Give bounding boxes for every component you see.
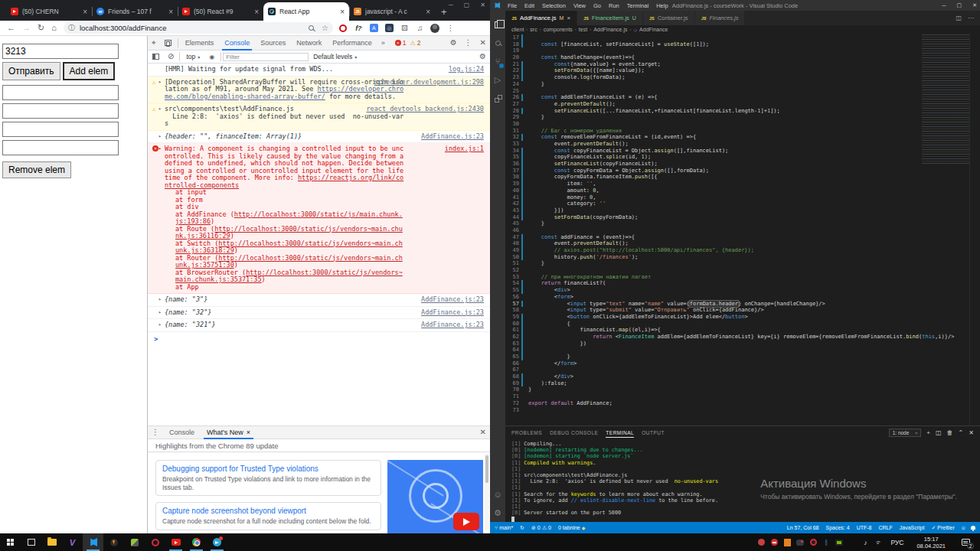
code-line[interactable]: 66 </form>: [505, 360, 980, 367]
code-line[interactable]: 26 const addElemToFinanceList = (e) =>{: [505, 94, 980, 101]
code-line[interactable]: 18 const [financeList, setFinanceList] =…: [505, 41, 980, 48]
code-line[interactable]: 53 // при многократном нажатии лагает: [505, 274, 980, 281]
code-line[interactable]: 20 const handleChange=(event)=>{: [505, 54, 980, 61]
code-line[interactable]: 35 copyFinanceList.splice(id, 1);: [505, 154, 980, 161]
console-filter-input[interactable]: [223, 53, 309, 61]
menu-item-file[interactable]: File: [504, 2, 521, 9]
address-bar[interactable]: ⓘ localhost:3000/addFinance ☆: [64, 22, 333, 34]
finance-name-input[interactable]: [2, 44, 119, 59]
run-debug-icon[interactable]: ▷: [490, 70, 505, 89]
code-line[interactable]: 60 {: [505, 321, 980, 328]
status-item[interactable]: CRLF: [879, 525, 893, 530]
code-line[interactable]: 71: [505, 393, 980, 400]
code-line[interactable]: 21 const{name,value} = event.target;: [505, 61, 980, 68]
code-line[interactable]: 44 setFormData(copyFormData);: [505, 214, 980, 221]
code-line[interactable]: 48 event.preventDefault();: [505, 240, 980, 247]
breadcrumb-item[interactable]: AddFinance: [639, 27, 668, 32]
expand-arrow-icon[interactable]: ▸: [158, 321, 162, 329]
code-line[interactable]: 73: [505, 407, 980, 414]
devtools-tab-performance[interactable]: Performance: [327, 36, 377, 51]
notifications-bell-icon[interactable]: [969, 526, 975, 530]
panel-tab-problems[interactable]: PROBLEMS: [511, 426, 542, 439]
steam-tray-icon[interactable]: [757, 539, 765, 546]
code-line[interactable]: 43 }]): [505, 207, 980, 214]
source-location-link[interactable]: index.js:1: [445, 145, 484, 153]
code-line[interactable]: 52: [505, 267, 980, 274]
menu-item-selection[interactable]: Selection: [538, 2, 570, 9]
code-line[interactable]: 64: [505, 347, 980, 354]
code-line[interactable]: 28 setFinanceList([...financeList,+finan…: [505, 108, 980, 115]
browser-tab[interactable]: wFriends – 107 f×: [92, 2, 178, 21]
dark-app-extension-icon[interactable]: ◎: [384, 23, 394, 33]
card-title[interactable]: Debugging support for Trusted Type viola…: [162, 465, 374, 473]
drawer-scrollbar[interactable]: [485, 454, 489, 530]
code-line[interactable]: 65 }: [505, 354, 980, 360]
stack-link[interactable]: http://localhost:3000/static/js/vendors~…: [175, 254, 403, 269]
code-line[interactable]: 42 category: '': [505, 201, 980, 207]
code-line[interactable]: 72export default AddFinance;: [505, 400, 980, 407]
breadcrumb-item[interactable]: AddFinance.js: [593, 27, 627, 32]
editor-tab[interactable]: JSAddFinance.jsM×: [505, 11, 577, 25]
code-line[interactable]: 63 }): [505, 341, 980, 347]
battery-tray-icon[interactable]: [848, 539, 856, 546]
maximize-panel-icon[interactable]: ⌃: [959, 429, 964, 436]
finance-item-input[interactable]: [2, 122, 119, 137]
expand-arrow-icon[interactable]: ▸: [158, 133, 162, 141]
kill-terminal-icon[interactable]: 🗑: [947, 429, 953, 436]
code-line[interactable]: 32 const removeElemFromFinanceList = (id…: [505, 134, 980, 141]
tab-close-icon[interactable]: ×: [254, 8, 259, 16]
breadcrumb-item[interactable]: src: [530, 27, 537, 32]
menu-item-edit[interactable]: Edit: [521, 2, 538, 9]
site-info-icon[interactable]: ⓘ: [68, 23, 75, 33]
expand-arrow-icon[interactable]: ▸: [158, 79, 162, 86]
tabnine-status[interactable]: 0 tabnine◆: [558, 525, 585, 530]
profile-avatar[interactable]: [430, 23, 440, 33]
code-line[interactable]: 39 item: '',: [505, 181, 980, 187]
code-line[interactable]: 23 console.log(formData);: [505, 74, 980, 81]
menu-item-run[interactable]: Run: [605, 2, 623, 9]
code-line[interactable]: 67: [505, 367, 980, 373]
drawer-tab-close-icon[interactable]: ×: [247, 429, 250, 436]
code-line[interactable]: 37 const copyFormData = Object.assign([]…: [505, 168, 980, 174]
youtube-play-icon[interactable]: [453, 513, 479, 530]
devtools-settings-icon[interactable]: ⚙: [450, 39, 457, 47]
language-indicator[interactable]: РУС: [887, 539, 906, 546]
code-line[interactable]: 30: [505, 121, 980, 128]
live-expression-icon[interactable]: ◉: [209, 54, 214, 60]
minimap[interactable]: [922, 34, 969, 165]
breadcrumb-item[interactable]: client: [511, 27, 524, 32]
source-location-link[interactable]: AddFinance.js:23: [421, 133, 484, 141]
status-item[interactable]: JavaScript: [900, 525, 925, 530]
opera-extension-icon[interactable]: [338, 23, 348, 33]
split-editor-icon[interactable]: ◫: [956, 15, 962, 21]
breadcrumb-item[interactable]: components: [544, 27, 573, 32]
record-tray-icon[interactable]: [770, 539, 778, 546]
sharex-taskbar-icon[interactable]: [124, 533, 145, 551]
menu-item-help[interactable]: Help: [652, 2, 671, 9]
code-line[interactable]: 38 copyFormData.financeItem.push([{: [505, 174, 980, 181]
finance-item-input[interactable]: [2, 85, 119, 100]
media-queue-icon[interactable]: ♫: [415, 23, 425, 33]
inspect-element-icon[interactable]: ⌖: [152, 39, 156, 47]
maximize-button[interactable]: ▢: [957, 2, 962, 8]
source-location-link[interactable]: scheduler.development.js:298: [374, 79, 484, 86]
devtools-close-icon[interactable]: ✕: [480, 39, 486, 47]
code-line[interactable]: 55 <div>: [505, 287, 980, 294]
feedback-icon[interactable]: ☺: [961, 525, 966, 530]
code-line[interactable]: 50 history.push('/finances');: [505, 254, 980, 261]
code-line[interactable]: 70}: [505, 386, 980, 393]
source-location-link[interactable]: react_devtools_backend.js:2430: [366, 106, 484, 113]
code-line[interactable]: 24 }: [505, 81, 980, 88]
finance-item-input[interactable]: [2, 140, 119, 155]
clear-console-icon[interactable]: ⊘: [168, 53, 174, 60]
tab-close-icon[interactable]: ×: [426, 8, 430, 16]
expand-arrow-icon[interactable]: ▸: [158, 145, 162, 153]
code-line[interactable]: 62 return <FinanceItem addElem={addElemT…: [505, 334, 980, 341]
code-line[interactable]: 27 e.preventDefault();: [505, 101, 980, 108]
expand-arrow-icon[interactable]: ▸: [158, 106, 162, 113]
code-line[interactable]: 49 // axios.post("http://localhost:5000/…: [505, 247, 980, 254]
code-line[interactable]: 31 // Баг с номером удаления: [505, 128, 980, 135]
volume-tray-icon[interactable]: ♪: [861, 539, 869, 546]
source-location-link[interactable]: AddFinance.js:23: [421, 321, 484, 329]
extensions-puzzle-icon[interactable]: ⚄: [400, 23, 410, 33]
